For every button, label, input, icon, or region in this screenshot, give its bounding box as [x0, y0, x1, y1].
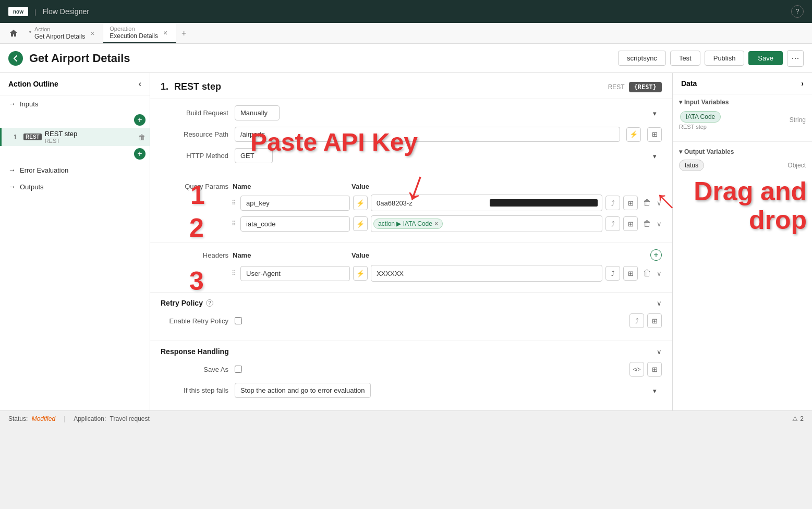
step-name: REST step: [45, 130, 135, 138]
param-2-data-btn[interactable]: ⊞: [623, 216, 638, 231]
header-1-data-btn[interactable]: ⊞: [623, 266, 638, 281]
build-request-label: Build Request: [161, 109, 228, 117]
param-2-share-btn[interactable]: ⤴: [605, 216, 620, 231]
save-as-label: Save As: [161, 366, 228, 373]
iata-code-chip-label: IATA Code: [686, 113, 715, 120]
tab-action-close[interactable]: ×: [88, 29, 96, 38]
query-params-header: Query Params Name Value: [161, 183, 662, 190]
sidebar-inputs-label: Inputs: [20, 100, 38, 108]
output-chip: tatus: [679, 160, 704, 171]
save-as-data-btn[interactable]: ⊞: [647, 362, 662, 377]
sidebar-item-error-eval[interactable]: → Error Evaluation: [0, 162, 150, 178]
param-1-drag-handle[interactable]: ⠿: [232, 199, 236, 207]
header-1-delete-btn[interactable]: 🗑: [641, 269, 653, 278]
param-2-delete-btn[interactable]: 🗑: [641, 219, 653, 228]
sidebar-collapse-button[interactable]: ‹: [139, 79, 141, 89]
build-request-select-arrow: ▾: [653, 109, 657, 117]
param-2-expand-btn[interactable]: ∨: [657, 220, 662, 228]
output-var-type: Object: [787, 162, 806, 169]
response-handling-header[interactable]: Response Handling ∨: [161, 347, 662, 356]
resource-path-data-btn[interactable]: ⊞: [647, 127, 662, 142]
header-actions: scriptsync Test Publish Save ···: [618, 50, 804, 67]
header-1-name-input[interactable]: [240, 266, 350, 281]
param-1-data-btn[interactable]: ⊞: [623, 196, 638, 210]
publish-button[interactable]: Publish: [705, 51, 745, 66]
sidebar-item-inputs[interactable]: → Inputs: [0, 95, 150, 112]
output-chip-label: tatus: [685, 162, 698, 169]
header-1-value-input[interactable]: [373, 268, 600, 280]
topbar-divider: |: [34, 8, 36, 16]
tab-add-button[interactable]: +: [176, 23, 191, 43]
app-title: Flow Designer: [42, 7, 89, 16]
status-value: Modified: [32, 415, 55, 422]
if-fails-select[interactable]: Stop the action and go to error evaluati…: [235, 383, 371, 398]
tab-action[interactable]: * Action Get Airport Details ×: [23, 23, 103, 43]
retry-policy-section: Retry Policy ? ∨ Enable Retry Policy ⤴ ⊞: [150, 292, 672, 341]
iata-code-chip[interactable]: IATA Code: [680, 111, 721, 123]
save-as-checkbox[interactable]: [235, 366, 242, 373]
param-2-name-input[interactable]: [240, 216, 350, 232]
right-panel-expand-icon[interactable]: ›: [801, 79, 804, 88]
input-variables-section: ▾ Input Variables IATA Code REST step St…: [673, 94, 812, 137]
back-button[interactable]: [8, 51, 23, 66]
step-type: REST: [45, 138, 135, 144]
header-1-value-wrapper: [371, 265, 602, 282]
more-button[interactable]: ···: [787, 50, 804, 67]
retry-data-btn[interactable]: ⊞: [647, 313, 662, 328]
now-logo-icon: now: [8, 7, 28, 16]
header-1-script-btn[interactable]: ⚡: [353, 266, 368, 281]
sidebar-item-outputs[interactable]: → Outputs: [0, 178, 150, 195]
retry-policy-header[interactable]: Retry Policy ? ∨: [161, 299, 662, 307]
resource-path-script-btn[interactable]: ⚡: [626, 127, 641, 142]
scriptsync-button[interactable]: scriptsync: [618, 51, 666, 66]
save-button[interactable]: Save: [748, 51, 783, 65]
rest-step-number: 1.: [161, 81, 168, 92]
header-1-share-btn[interactable]: ⤴: [605, 266, 620, 281]
param-1-value-input[interactable]: [373, 197, 488, 209]
resource-path-input[interactable]: [235, 127, 620, 142]
param-2-tag-close[interactable]: ×: [434, 220, 438, 227]
retry-help-icon[interactable]: ?: [206, 299, 213, 307]
rest-type-label: REST: [608, 83, 625, 91]
build-request-row: Build Request Manually From Spec ▾: [161, 105, 662, 120]
tab-operation[interactable]: Operation Execution Details ×: [103, 23, 176, 43]
param-2-script-btn[interactable]: ⚡: [353, 216, 368, 231]
response-handling-title: Response Handling: [161, 347, 229, 356]
build-request-select[interactable]: Manually From Spec: [235, 105, 280, 120]
input-variables-arrow: ▾: [679, 99, 682, 106]
enable-retry-checkbox[interactable]: [235, 317, 242, 324]
alert-indicator: ⚠ 2: [792, 415, 804, 422]
headers-col-name: Name: [233, 251, 347, 259]
rest-step-header: 1. REST step REST {REST}: [150, 73, 672, 99]
tab-operation-close[interactable]: ×: [161, 29, 169, 37]
tab-action-sublabel: Get Airport Details: [34, 33, 85, 40]
param-1-expand-btn[interactable]: ∨: [657, 199, 662, 207]
headers-section: Headers Name Value + ⠿ ⚡ ⤴ ⊞ 🗑 ∨: [150, 243, 672, 292]
param-1-share-btn[interactable]: ⤴: [605, 196, 620, 210]
header-1-expand-btn[interactable]: ∨: [657, 270, 662, 277]
save-as-row: Save As </> ⊞: [161, 362, 662, 377]
headers-add-button[interactable]: +: [650, 249, 662, 261]
headerbar: Get Airport Details scriptsync Test Publ…: [0, 44, 812, 73]
http-method-select[interactable]: GET POST PUT DELETE: [235, 148, 273, 163]
test-button[interactable]: Test: [670, 51, 700, 66]
header-1-drag-handle[interactable]: ⠿: [232, 270, 236, 277]
add-step-before-button[interactable]: +: [134, 114, 146, 126]
rest-badge: REST: [23, 134, 42, 140]
param-2-drag-handle[interactable]: ⠿: [232, 220, 236, 227]
help-button[interactable]: ?: [791, 5, 804, 18]
tab-operation-label: Operation: [110, 26, 158, 32]
step-delete-icon[interactable]: 🗑: [138, 133, 146, 141]
home-button[interactable]: [4, 23, 23, 43]
param-1-name-input[interactable]: [240, 196, 350, 211]
sidebar-item-rest-step[interactable]: 1 REST REST step REST 🗑: [0, 128, 150, 146]
col-value-header: Value: [352, 183, 662, 190]
add-step-after-button[interactable]: +: [134, 148, 146, 160]
retry-share-btn[interactable]: ⤴: [629, 313, 644, 328]
output-var-row-1: tatus Object: [679, 160, 806, 171]
param-1-delete-btn[interactable]: 🗑: [641, 198, 653, 208]
if-fails-label: If this step fails: [161, 386, 228, 394]
save-as-share-btn[interactable]: </>: [629, 362, 644, 377]
headers-header-row: Headers Name Value +: [161, 249, 662, 261]
param-1-script-btn[interactable]: ⚡: [353, 196, 368, 210]
